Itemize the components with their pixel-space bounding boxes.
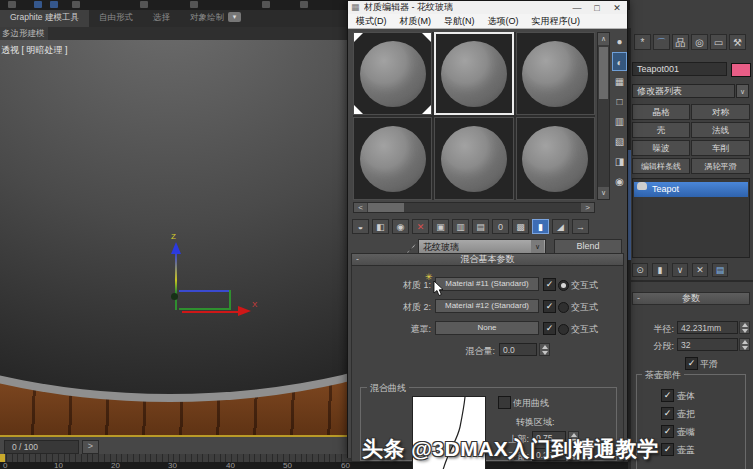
gizmo-x-arrow[interactable] (238, 306, 251, 316)
material1-interactive-radio[interactable] (558, 280, 569, 291)
mix-amount-spinner[interactable] (539, 343, 550, 356)
sample-uv-tiling-icon[interactable]: □ (612, 92, 627, 111)
menu-navigation[interactable]: 导航(N) (444, 15, 475, 28)
viewport-label[interactable]: 透视 [ 明暗处理 ] (1, 44, 68, 57)
video-color-check-icon[interactable]: ▥ (612, 112, 627, 131)
toolbar-icon[interactable] (190, 1, 198, 8)
scroll-down-button[interactable]: ∨ (598, 187, 609, 199)
tab-freeform[interactable]: 自由形式 (89, 10, 143, 27)
sample-slot-active[interactable] (353, 32, 432, 115)
toolbar-icon[interactable] (72, 1, 80, 8)
ribbon-collapse-icon[interactable]: ▾ (228, 12, 241, 22)
object-color-swatch[interactable] (731, 63, 751, 77)
modifier-button-edit-spline[interactable]: 编辑样条线 (632, 158, 690, 174)
handle-checkbox[interactable]: ✓ (661, 407, 674, 420)
mix-amount-field[interactable]: 0.0 (499, 343, 537, 356)
menu-modes[interactable]: 模式(D) (356, 15, 387, 28)
scroll-up-button[interactable]: ∧ (598, 33, 609, 45)
modifier-button-noise[interactable]: 噪波 (632, 140, 690, 156)
maximize-button[interactable]: □ (587, 3, 607, 13)
mask-button[interactable]: None (435, 321, 539, 335)
sample-type-icon[interactable]: ● (612, 32, 627, 51)
material1-button[interactable]: Material #11 (Standard) (435, 277, 539, 291)
radius-spinner[interactable] (739, 321, 750, 334)
parameters-rollout-header[interactable]: - 参数 (632, 292, 750, 305)
gizmo-x-axis[interactable] (182, 311, 240, 313)
gizmo-plane-handle-green[interactable] (179, 308, 231, 310)
object-name-field[interactable]: Teapot001 (632, 62, 727, 76)
panel-scrollbar-thumb[interactable] (628, 150, 631, 260)
chevron-down-icon[interactable]: ∨ (531, 240, 544, 253)
show-end-result-icon[interactable]: ▮ (652, 263, 668, 277)
show-end-result-icon[interactable]: ▮ (532, 219, 549, 234)
tab-selection[interactable]: 选择 (143, 10, 180, 27)
modifier-button-shell[interactable]: 壳 (632, 122, 690, 138)
chevron-down-icon[interactable]: ∨ (736, 84, 749, 98)
scroll-left-button[interactable]: < (354, 203, 367, 212)
sample-slot[interactable] (516, 117, 595, 200)
toolbar-icon[interactable] (140, 1, 148, 8)
material-editor-titlebar[interactable]: ▦ 材质编辑器 - 花纹玻璃 — □ ✕ (348, 1, 627, 14)
sample-slot[interactable] (516, 32, 595, 115)
go-forward-to-sibling-icon[interactable]: → (572, 219, 589, 234)
remove-modifier-icon[interactable]: ✕ (692, 263, 708, 277)
toolbar-icon[interactable] (34, 1, 42, 8)
tab-graphite-modeling[interactable]: Graphite 建模工具 (0, 10, 89, 27)
menu-options[interactable]: 选项(O) (488, 15, 519, 28)
assign-material-to-selection-icon[interactable]: ◉ (392, 219, 409, 234)
material2-button[interactable]: Material #12 (Standard) (435, 299, 539, 313)
menu-material[interactable]: 材质(M) (400, 15, 432, 28)
stack-item-teapot[interactable]: Teapot (634, 182, 748, 197)
backlight-icon[interactable]: ◐ (612, 52, 627, 71)
modifier-button-turbosmooth[interactable]: 涡轮平滑 (691, 158, 750, 174)
menu-utilities[interactable]: 实用程序(U) (532, 15, 581, 28)
next-frame-button[interactable]: > (82, 440, 99, 454)
show-map-in-viewport-icon[interactable]: ▩ (512, 219, 529, 234)
mask-interactive-radio[interactable] (558, 324, 569, 335)
options-icon[interactable]: ◨ (612, 152, 627, 171)
reset-map-icon[interactable]: ✕ (412, 219, 429, 234)
put-to-library-icon[interactable]: ▤ (472, 219, 489, 234)
segments-spinner[interactable] (739, 338, 750, 351)
modifier-button-lathe[interactable]: 车削 (691, 140, 750, 156)
toolbar-icon[interactable] (8, 1, 16, 8)
modifier-stack[interactable]: Teapot (632, 178, 750, 258)
material-type-button[interactable]: Blend (554, 239, 622, 254)
hierarchy-tab-icon[interactable]: 品 (672, 34, 689, 50)
modifier-button-symmetry[interactable]: 对称 (691, 104, 750, 120)
material-id-channel-icon[interactable]: 0 (492, 219, 509, 234)
toolbar-icon[interactable] (300, 1, 308, 8)
go-to-parent-icon[interactable]: ◢ (552, 219, 569, 234)
display-tab-icon[interactable]: ▭ (710, 34, 727, 50)
scrollbar-thumb[interactable] (599, 47, 608, 99)
make-unique-icon[interactable]: ∨ (672, 263, 688, 277)
get-material-icon[interactable]: ◒ (352, 219, 369, 234)
make-preview-icon[interactable]: ▧ (612, 132, 627, 151)
motion-tab-icon[interactable]: ◎ (691, 34, 708, 50)
utilities-tab-icon[interactable]: ⚒ (729, 34, 746, 50)
toolbar-icon[interactable] (262, 1, 270, 8)
background-icon[interactable]: ▦ (612, 72, 627, 91)
modifier-list-dropdown[interactable]: 修改器列表 (632, 84, 735, 98)
close-button[interactable]: ✕ (607, 3, 627, 13)
slots-vertical-scrollbar[interactable]: ∧ ∨ (597, 32, 610, 200)
gizmo-plane-handle-blue[interactable] (179, 290, 231, 292)
blend-params-rollout-header[interactable]: - 混合基本参数 (351, 253, 624, 266)
gizmo-plane-handle-green[interactable] (229, 290, 231, 310)
put-material-to-scene-icon[interactable]: ◧ (372, 219, 389, 234)
select-by-material-icon[interactable]: ◉ (612, 172, 627, 191)
sample-slot[interactable] (353, 117, 432, 200)
use-curve-checkbox[interactable] (498, 396, 511, 409)
tab-polygon-modeling[interactable]: 多边形建模 (0, 27, 48, 40)
perspective-viewport[interactable]: 透视 [ 明暗处理 ] Z X (0, 40, 347, 435)
material1-enable-checkbox[interactable]: ✓ (543, 278, 556, 291)
material-name-dropdown[interactable]: 花纹玻璃 (418, 239, 546, 254)
scrollbar-thumb[interactable] (368, 203, 404, 212)
modifier-button-lattice[interactable]: 晶格 (632, 104, 690, 120)
tab-object-paint[interactable]: 对象绘制 (180, 10, 234, 27)
gizmo-center[interactable] (171, 293, 178, 300)
body-checkbox[interactable]: ✓ (661, 389, 674, 402)
segments-field[interactable]: 32 (677, 338, 738, 351)
current-frame-display[interactable]: 0 / 100 (4, 440, 79, 454)
gizmo-z-axis[interactable] (175, 252, 177, 292)
